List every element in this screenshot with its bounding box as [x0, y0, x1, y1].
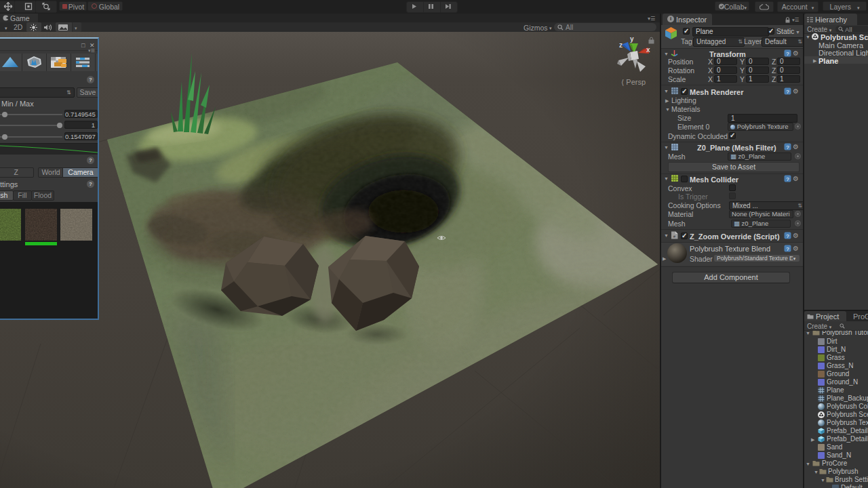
svg-text:?: ? — [786, 89, 789, 95]
svg-text:?: ? — [786, 176, 789, 182]
svg-text:?: ? — [786, 51, 789, 57]
svg-text:x: x — [646, 46, 650, 54]
svg-text:⟨ Persp: ⟨ Persp — [621, 78, 646, 86]
svg-text:?: ? — [786, 144, 789, 150]
svg-text:?: ? — [786, 233, 789, 239]
svg-text:?: ? — [786, 246, 789, 252]
svg-text:z: z — [619, 41, 623, 49]
svg-text:y: y — [630, 35, 634, 43]
